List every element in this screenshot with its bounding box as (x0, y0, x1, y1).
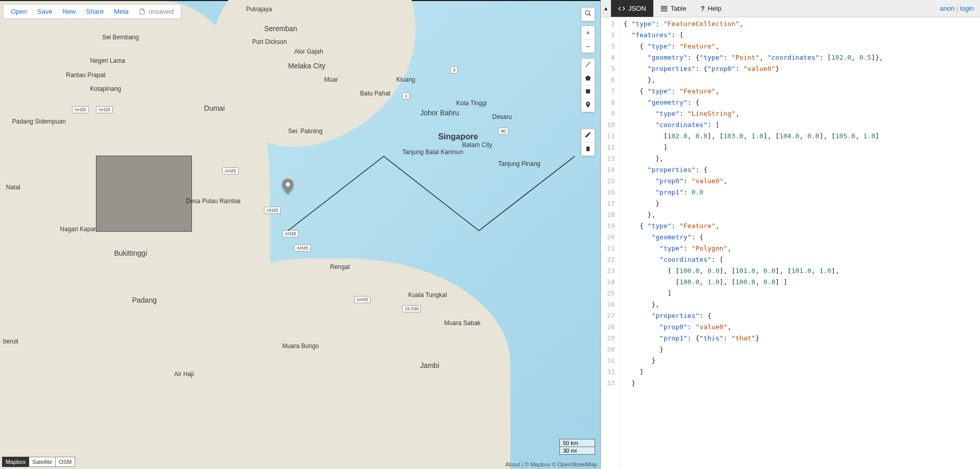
meta-link[interactable]: Meta (109, 6, 134, 17)
code-icon (618, 5, 625, 12)
zoom-in-button[interactable]: + (581, 26, 595, 39)
tab-json[interactable]: JSON (611, 0, 653, 17)
table-icon (660, 5, 668, 12)
draw-marker-button[interactable] (581, 98, 595, 112)
share-link[interactable]: Share (81, 6, 109, 17)
save-link[interactable]: Save (32, 6, 58, 17)
login-link[interactable]: login (960, 5, 974, 12)
svg-point-1 (585, 11, 590, 15)
about-link[interactable]: About (505, 461, 520, 467)
layer-osm[interactable]: OSM (56, 457, 75, 467)
map-draw-control (581, 58, 595, 112)
label-batam: Batam City (462, 141, 492, 149)
map-attribution: About | © Mapbox © OpenStreetMap (505, 461, 597, 467)
map-search-control (581, 7, 595, 21)
svg-line-2 (589, 14, 591, 16)
mapbox-attrib[interactable]: © Mapbox (525, 461, 550, 467)
shield-ah25: AH25 (294, 244, 311, 252)
shield-ah25: AH25 (264, 207, 281, 214)
label-tanjung-balai: Tanjung Balai Karimun (402, 149, 463, 156)
line-gutter: 1234567891011121314151617181920212223242… (601, 17, 620, 469)
layer-switcher: Mapbox Satellite OSM (2, 457, 75, 467)
shield-ah25: AH25 (354, 296, 371, 303)
draw-line-button[interactable] (581, 59, 595, 72)
label-kota-tinggi: Kota Tinggi (456, 100, 487, 107)
polygon-icon (584, 75, 592, 82)
editor-pane: ▲ JSON Table ? Help anon | login 1234567… (601, 0, 980, 469)
unsaved-indicator: unsaved (134, 6, 179, 17)
line-icon (584, 61, 592, 68)
shield-15030: 15.030 (402, 305, 422, 312)
shield-ah25: AH25 (222, 167, 239, 175)
help-icon: ? (701, 5, 705, 12)
label-singapore: Singapore (438, 132, 478, 141)
open-link[interactable]: Open (6, 6, 32, 17)
trash-icon (584, 145, 592, 152)
shield-3: 3 (450, 66, 458, 73)
scale-mi: 30 mi (559, 447, 595, 455)
edit-button[interactable] (581, 129, 595, 142)
label-johor-bahru: Johor Bahru (420, 109, 459, 117)
scale-bar: 50 km 30 mi (559, 439, 595, 455)
tab-table[interactable]: Table (653, 0, 694, 17)
file-bar: Open Save New Share Meta unsaved (3, 4, 181, 19)
shield-ah25: AH25 (72, 106, 89, 113)
anon-link[interactable]: anon (940, 5, 954, 12)
marker-icon (584, 101, 592, 108)
osm-attrib[interactable]: © OpenStreetMap (552, 461, 597, 467)
draw-rectangle-button[interactable] (581, 85, 595, 98)
svg-point-6 (587, 103, 589, 105)
auth-area: anon | login (940, 5, 980, 12)
svg-rect-5 (586, 89, 590, 93)
layer-mapbox[interactable]: Mapbox (2, 457, 29, 467)
map-pane[interactable]: Putrajaya Seremban Port Dickson Alor Gaj… (0, 0, 601, 469)
svg-rect-7 (661, 6, 667, 11)
layer-satellite[interactable]: Satellite (29, 457, 56, 467)
zoom-out-button[interactable]: − (581, 39, 595, 53)
rectangle-icon (584, 88, 592, 95)
label-desaru: Desaru (492, 113, 512, 120)
scale-km: 50 km (559, 439, 595, 447)
code-content[interactable]: { "type": "FeatureCollection", "features… (620, 17, 888, 469)
svg-line-3 (585, 62, 590, 66)
delete-button[interactable] (581, 142, 595, 156)
map-edit-control (581, 129, 595, 156)
json-editor[interactable]: 1234567891011121314151617181920212223242… (601, 17, 980, 469)
tab-help[interactable]: ? Help (694, 0, 729, 17)
new-link[interactable]: New (57, 6, 81, 17)
draw-polygon-button[interactable] (581, 72, 595, 85)
shield-1: 1 (402, 92, 410, 100)
label-tanjung-pinang: Tanjung Pinang (498, 160, 541, 167)
map-zoom-control: + − (581, 26, 595, 53)
search-icon (584, 10, 592, 17)
edit-icon (584, 131, 592, 138)
map-tiles[interactable]: Putrajaya Seremban Port Dickson Alor Gaj… (0, 1, 600, 469)
svg-marker-4 (585, 76, 591, 81)
search-button[interactable] (581, 8, 595, 21)
shield-90: 90 (498, 128, 508, 135)
file-icon (139, 8, 145, 15)
shield-ah25: AH25 (282, 230, 299, 237)
editor-tabs: ▲ JSON Table ? Help anon | login (601, 0, 980, 17)
collapse-panel-button[interactable]: ▲ (601, 6, 611, 11)
shield-ah25: AH25 (96, 106, 113, 113)
